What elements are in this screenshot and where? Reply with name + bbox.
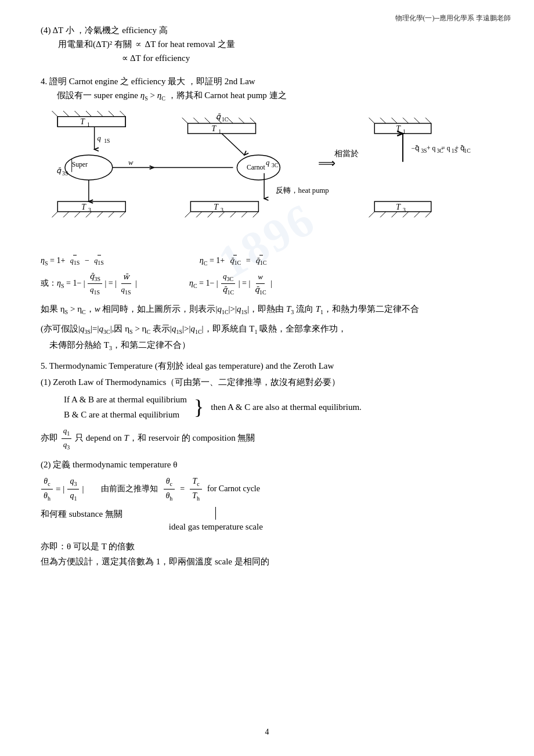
svg-line-67 — [392, 118, 398, 124]
or-eta-s: 或：ηS = 1− | q̄3S q1S | = | w̄ q1S | — [41, 271, 137, 297]
svg-line-28 — [109, 212, 114, 218]
svg-text:1S: 1S — [104, 138, 110, 144]
svg-line-25 — [75, 212, 81, 218]
page-number: 4 — [265, 726, 269, 739]
svg-text:w: w — [128, 159, 134, 167]
svg-line-55 — [208, 212, 214, 218]
conclusion1: 亦即：θ 可以是 T 的倍數 — [41, 539, 493, 553]
conclusion2: 但為方便設計，選定其倍數為 1，即兩個溫度 scale 是相同的 — [41, 555, 493, 568]
or-equations-row: 或：ηS = 1− | q̄3S q1S | = | w̄ q1S | ηC =… — [41, 271, 493, 297]
svg-line-68 — [403, 118, 409, 124]
svg-rect-52 — [190, 201, 258, 212]
svg-line-51 — [222, 134, 244, 155]
svg-line-41 — [239, 118, 244, 124]
svg-line-58 — [241, 212, 247, 218]
svg-line-8 — [109, 111, 114, 117]
svg-text:+ q: + q — [427, 145, 436, 152]
svg-line-69 — [414, 118, 420, 124]
substance-gas-row: 和何種 substance 無關 ideal gas temperature s… — [41, 507, 493, 534]
svg-text:3S: 3S — [421, 147, 427, 154]
svg-line-36 — [182, 118, 188, 124]
svg-text:T: T — [81, 203, 86, 211]
svg-rect-0 — [57, 117, 125, 127]
svg-line-7 — [98, 111, 103, 117]
svg-line-23 — [52, 212, 58, 218]
svg-text:1: 1 — [218, 128, 221, 135]
svg-line-59 — [253, 212, 259, 218]
section4-line1: 用電量和(ΔT)² 有關 ∝ ΔT for heat removal 之量 — [58, 37, 493, 51]
section-4: (4) ΔT 小 ，冷氣機之 efficiency 高 用電量和(ΔT)² 有關… — [41, 23, 493, 65]
svg-line-3 — [52, 111, 58, 117]
svg-line-38 — [205, 118, 211, 124]
svg-line-84 — [380, 212, 386, 218]
zeroth-law-bc: B & C are at thermal equilibrium — [64, 408, 187, 422]
ideal-gas-scale: ideal gas temperature scale — [169, 520, 263, 534]
svg-line-37 — [193, 118, 199, 124]
svg-text:T: T — [214, 203, 219, 211]
svg-text:q̄: q̄ — [216, 113, 221, 121]
section4-title: (4) ΔT 小 ，冷氣機之 efficiency 高 — [41, 23, 493, 37]
svg-text:T: T — [396, 203, 401, 211]
eta-c-eq: ηC = 1+ q̄1C = q̄1C — [200, 254, 270, 268]
svg-text:T: T — [80, 117, 85, 126]
svg-text:1C: 1C — [222, 116, 228, 123]
eta-s-eq: ηS = 1+ q1S − q1S — [41, 254, 107, 268]
svg-line-70 — [425, 118, 431, 124]
svg-line-54 — [196, 212, 202, 218]
svg-line-88 — [425, 212, 431, 218]
theta-formula-row: θc θh = | q3 q1 | 由前面之推導知 θc θh = Tc Th … — [41, 475, 493, 503]
zeroth-law-brace: If A & B are at thermal equilibrium B & … — [64, 393, 493, 422]
or-eta-c: ηC = 1− | q3C q̄1C | = | w q̄1C | — [189, 271, 272, 297]
svg-line-9 — [120, 111, 126, 117]
svg-text:Carnot: Carnot — [247, 164, 266, 171]
svg-line-24 — [63, 212, 69, 218]
svg-text:= q: = q — [441, 145, 450, 152]
zeroth-law-title: (1) Zeroth Law of Thermodynamics（可由第一、二定… — [41, 375, 493, 389]
svg-line-87 — [414, 212, 420, 218]
svg-text:3: 3 — [88, 207, 91, 213]
diagram-container: T 1 q 1S Super q̄ 3S w T — [41, 109, 493, 249]
section6-title: 5. Thermodynamic Temperature (有別於 ideal … — [41, 359, 493, 373]
svg-text:q: q — [266, 159, 270, 167]
svg-text:1C: 1C — [464, 147, 470, 154]
svg-text:3C: 3C — [272, 162, 278, 168]
section5-sub: 假設有一 super engine ηS > ηC ，將其和 Carnot he… — [57, 88, 493, 103]
header-text: 物理化學(一)─應用化學系 李遠鵬老師 — [395, 13, 511, 24]
svg-text:1: 1 — [87, 121, 90, 128]
zeroth-law-if: If A & B are at thermal equilibrium — [64, 393, 187, 406]
svg-text:反轉，heat pump: 反轉，heat pump — [276, 186, 329, 195]
svg-text:T: T — [211, 124, 217, 133]
svg-text:3: 3 — [403, 207, 406, 213]
section5-title: 4. 證明 Carnot engine 之 efficiency 最大 ，即証明… — [41, 74, 493, 88]
text-ifeta: 如果 ηS > ηC，w 相同時，如上圖所示，則表示|q1C|>|q1S|，即熱… — [41, 302, 493, 317]
svg-line-6 — [86, 111, 92, 117]
no-substance: 和何種 substance 無關 — [41, 507, 122, 521]
svg-rect-35 — [188, 123, 256, 134]
svg-text:3: 3 — [221, 207, 223, 213]
svg-line-83 — [369, 212, 375, 218]
svg-text:q: q — [98, 134, 102, 142]
formula-derivation-text: 由前面之推導知 — [101, 483, 158, 495]
svg-line-85 — [392, 212, 398, 218]
svg-line-53 — [185, 212, 191, 218]
svg-line-42 — [250, 118, 256, 124]
svg-rect-22 — [57, 201, 125, 212]
svg-text:q̄: q̄ — [56, 167, 62, 175]
svg-text:Super: Super — [72, 161, 88, 168]
svg-line-57 — [230, 212, 236, 218]
section-proof: 4. 證明 Carnot engine 之 efficiency 最大 ，即証明… — [41, 74, 493, 103]
section62-title: (2) 定義 thermodynamic temperature θ — [41, 458, 493, 471]
section4-line2: ∝ ΔT for efficiency — [122, 51, 493, 65]
diagram-svg: T 1 q 1S Super q̄ 3S w T — [41, 109, 493, 249]
svg-line-65 — [369, 118, 375, 124]
svg-line-27 — [98, 212, 103, 218]
for-carnot-cycle: for Carnot cycle — [207, 483, 260, 495]
svg-line-29 — [120, 212, 126, 218]
zeroth-law-then: then A & C are also at thermal equilibri… — [211, 400, 362, 414]
svg-line-4 — [63, 111, 69, 117]
svg-line-5 — [75, 111, 81, 117]
text-also: (亦可假設|q3S|=|q3C|,因 ηS > ηC 表示|q1S|>|q1C|… — [41, 322, 493, 337]
svg-text:T: T — [396, 124, 401, 133]
svg-text:⟹: ⟹ — [318, 157, 335, 171]
text-also2: 未傳部分熱給 T3，和第二定律不合） — [41, 338, 493, 353]
